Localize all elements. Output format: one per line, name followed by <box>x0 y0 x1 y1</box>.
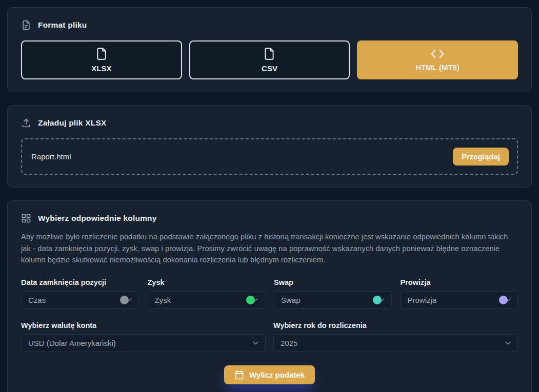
column-color-dot <box>373 296 382 304</box>
close-date-select[interactable]: Czas <box>21 291 139 309</box>
profit-select[interactable]: Zysk <box>148 291 266 309</box>
field-label: Data zamknięcia pozycji <box>21 278 139 286</box>
columns-card-title: Wybierz odpowiednie kolumny <box>38 214 157 223</box>
commission-select[interactable]: Prowizja <box>401 291 518 309</box>
format-option-csv[interactable]: CSV <box>189 40 350 79</box>
upload-card-header: Załaduj plik XLSX <box>21 118 518 128</box>
select-indicator <box>373 296 386 304</box>
field-profit: Zysk Zysk <box>148 278 266 309</box>
field-year: Wybierz rok do rozliczenia 2025 <box>273 321 518 352</box>
select-value: Prowizja <box>408 296 437 304</box>
field-label: Wybierz walutę konta <box>21 321 266 329</box>
upload-card-title: Załaduj plik XLSX <box>38 118 106 128</box>
columns-card: Wybierz odpowiednie kolumny Aby możliwe … <box>7 200 532 392</box>
select-value: 2025 <box>281 339 297 347</box>
select-value: Czas <box>28 296 46 304</box>
format-card: Format pliku XLSX CSV HTML (MT5) <box>7 7 532 92</box>
swap-select[interactable]: Swap <box>274 291 392 309</box>
chevron-down-icon <box>251 339 260 347</box>
format-options: XLSX CSV HTML (MT5) <box>21 40 518 79</box>
calculate-tax-button[interactable]: Wylicz podatek <box>224 365 315 384</box>
field-commission: Prowizja Prowizja <box>401 278 518 309</box>
currency-select[interactable]: USD (Dolar Amerykański) <box>21 334 266 352</box>
field-label: Swap <box>274 278 392 286</box>
code-icon <box>430 48 445 59</box>
file-dropzone[interactable]: Raport.html Przeglądaj <box>21 138 518 175</box>
format-option-html-mt5[interactable]: HTML (MT5) <box>357 40 518 79</box>
upload-card: Załaduj plik XLSX Raport.html Przeglądaj <box>7 105 532 188</box>
select-value: Swap <box>281 296 301 304</box>
file-icon <box>95 47 108 60</box>
upload-icon <box>21 118 31 128</box>
column-selects-row: Data zamknięcia pozycji Czas Zysk Zysk <box>21 278 518 309</box>
select-value: USD (Dolar Amerykański) <box>28 339 116 347</box>
column-color-dot <box>120 296 129 304</box>
field-close-date: Data zamknięcia pozycji Czas <box>21 278 139 309</box>
calendar-icon <box>234 370 244 380</box>
field-label: Wybierz rok do rozliczenia <box>273 321 518 329</box>
select-indicator <box>120 296 133 304</box>
tax-form-page: Format pliku XLSX CSV HTML (MT5) <box>0 0 539 392</box>
chevron-down-icon <box>504 339 512 347</box>
field-label: Zysk <box>148 278 266 286</box>
browse-button[interactable]: Przeglądaj <box>453 148 509 166</box>
format-option-label: HTML (MT5) <box>415 63 460 72</box>
columns-description: Aby możliwe było rozliczenie podatku na … <box>21 231 518 266</box>
select-indicator <box>499 296 512 304</box>
calculate-tax-label: Wylicz podatek <box>249 370 305 379</box>
field-currency: Wybierz walutę konta USD (Dolar Amerykań… <box>21 321 266 352</box>
field-label: Prowizja <box>401 278 518 286</box>
year-select[interactable]: 2025 <box>273 334 518 352</box>
grid-icon <box>21 213 31 223</box>
format-card-title: Format pliku <box>38 20 87 30</box>
select-value: Zysk <box>155 296 171 304</box>
columns-card-header: Wybierz odpowiednie kolumny <box>21 213 518 223</box>
column-color-dot <box>499 296 508 304</box>
format-option-label: CSV <box>262 64 277 73</box>
format-option-xlsx[interactable]: XLSX <box>21 40 182 79</box>
file-icon <box>263 47 276 60</box>
uploaded-file-name: Raport.html <box>31 152 71 161</box>
submit-row: Wylicz podatek <box>21 365 518 384</box>
format-card-header: Format pliku <box>21 20 518 30</box>
currency-year-row: Wybierz walutę konta USD (Dolar Amerykań… <box>21 321 518 352</box>
format-option-label: XLSX <box>91 64 111 73</box>
field-swap: Swap Swap <box>274 278 392 309</box>
select-indicator <box>246 296 259 304</box>
column-color-dot <box>246 296 255 304</box>
file-text-icon <box>21 20 31 30</box>
